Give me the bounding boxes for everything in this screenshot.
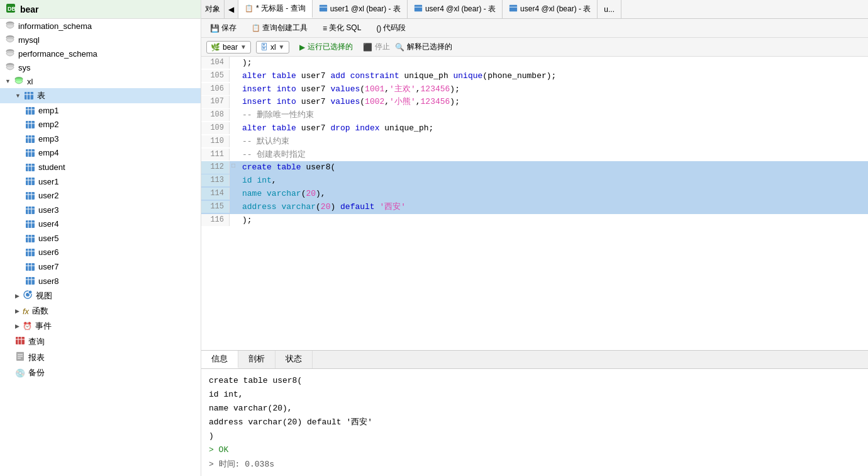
- sidebar-item-views[interactable]: ▶ 视图: [0, 288, 201, 303]
- sidebar-item-queries[interactable]: 查询: [0, 334, 201, 349]
- bottom-tab-status[interactable]: 状态: [275, 351, 313, 368]
- sidebar-item-emp2[interactable]: emp2: [0, 118, 201, 132]
- run-icon: ▶: [299, 43, 305, 52]
- tab-user4-table2[interactable]: user4 @xl (bear) - 表: [503, 0, 598, 18]
- svg-rect-19: [26, 135, 35, 143]
- expand-icon-views: ▶: [15, 293, 19, 299]
- editor-area[interactable]: 104 );105 alter table user7 add constrai…: [201, 57, 868, 350]
- sidebar-item-functions[interactable]: ▶ fx函数: [0, 303, 201, 319]
- beautify-button[interactable]: ≡ 美化 SQL: [319, 21, 365, 35]
- sidebar-header[interactable]: DB bear: [0, 0, 201, 19]
- sidebar-item-user6[interactable]: user6: [0, 246, 201, 260]
- line-content: address varchar(20) default '西安': [237, 201, 406, 214]
- bottom-tab-info[interactable]: 信息: [201, 351, 238, 368]
- sidebar-item-emp4[interactable]: emp4: [0, 146, 201, 161]
- sidebar-item-user3[interactable]: user3: [0, 203, 201, 217]
- db-select[interactable]: 🌿 bear ▼: [206, 41, 251, 54]
- tab-nav-left[interactable]: 对象: [201, 0, 225, 18]
- code-line-116[interactable]: 116 );: [201, 214, 868, 227]
- tab-untitled[interactable]: 📋* 无标题 - 查询: [238, 0, 313, 18]
- db-icon: [5, 21, 15, 31]
- code-line-110[interactable]: 110 -- 默认约束: [201, 135, 868, 149]
- tree-item-label: user3: [38, 205, 59, 215]
- db-icon: [5, 62, 15, 72]
- expand-icon-tables: ▼: [15, 93, 21, 99]
- explain-button[interactable]: 🔍 解释已选择的: [395, 42, 452, 52]
- tree-item-label: performance_schema: [18, 49, 97, 59]
- code-line-106[interactable]: 106 insert into user7 values(1001,'主欢',1…: [201, 83, 868, 96]
- tab-nav-arrow[interactable]: ◀: [225, 0, 238, 18]
- tab-user4-table[interactable]: user4 @xl (bear) - 表: [408, 0, 503, 18]
- sidebar-item-information_schema[interactable]: information_schema: [0, 19, 201, 33]
- line-content: );: [237, 214, 252, 227]
- sidebar-item-reports[interactable]: 报表: [0, 349, 201, 365]
- run-label: 运行已选择的: [308, 42, 353, 52]
- bottom-tab-profiling[interactable]: 剖析: [238, 351, 275, 368]
- table-icon: [25, 176, 35, 187]
- code-line-105[interactable]: 105 alter table user7 add constraint uni…: [201, 70, 868, 83]
- sidebar-item-user2[interactable]: user2: [0, 188, 201, 203]
- object-label: 对象: [205, 4, 220, 14]
- line-content: id int,: [237, 174, 277, 188]
- code-line-114[interactable]: 114 name varchar(20),: [201, 188, 868, 201]
- bottom-content: create table user8(id int,name varchar(2…: [201, 369, 868, 476]
- sidebar-item-user1[interactable]: user1: [0, 174, 201, 189]
- sidebar-item-xl[interactable]: ▼ xl: [0, 74, 201, 88]
- code-line-107[interactable]: 107 insert into user7 values(1002,'小熊',1…: [201, 96, 868, 109]
- explain-icon: 🔍: [395, 43, 404, 52]
- sidebar-item-user5[interactable]: user5: [0, 231, 201, 246]
- output-line: address varchar(20) default '西安': [209, 416, 860, 429]
- line-number: 112: [201, 161, 230, 173]
- query-builder-button[interactable]: 📋 查询创建工具: [248, 21, 311, 35]
- tree-item-label: emp1: [38, 106, 59, 115]
- stop-label: 停止: [375, 42, 390, 52]
- save-icon: 💾: [210, 24, 220, 33]
- sidebar: DB bear information_schema mysql perform…: [0, 0, 201, 476]
- sidebar-item-performance_schema[interactable]: performance_schema: [0, 47, 201, 60]
- table-tab-icon: [319, 4, 328, 14]
- db-select-value: bear: [223, 43, 238, 52]
- code-line-111[interactable]: 111 -- 创建表时指定: [201, 149, 868, 162]
- code-line-104[interactable]: 104 );: [201, 57, 868, 70]
- sidebar-item-events[interactable]: ▶ ⏰事件: [0, 319, 201, 334]
- code-line-108[interactable]: 108 -- 删除唯一性约束: [201, 109, 868, 122]
- svg-rect-23: [26, 149, 35, 157]
- sidebar-item-tables-group[interactable]: ▼ 表: [0, 88, 201, 103]
- sidebar-item-emp3[interactable]: emp3: [0, 132, 201, 146]
- sidebar-item-user4[interactable]: user4: [0, 217, 201, 232]
- views-icon: [23, 290, 33, 302]
- tree-item-label: 报表: [28, 352, 45, 363]
- output-line: create table user8(: [209, 374, 860, 388]
- code-line-109[interactable]: 109 alter table user7 drop index unique_…: [201, 122, 868, 135]
- table-icon: [25, 261, 35, 272]
- run-button[interactable]: ▶ 运行已选择的: [294, 40, 358, 54]
- stop-button[interactable]: ⬛ 停止: [363, 42, 390, 52]
- tree-item-label: 视图: [36, 290, 52, 302]
- table-icon: [25, 247, 35, 258]
- sidebar-item-user7[interactable]: user7: [0, 259, 201, 274]
- table-icon: [25, 205, 35, 215]
- sidebar-item-backup[interactable]: 💿备份: [0, 365, 201, 380]
- sidebar-item-mysql[interactable]: mysql: [0, 33, 201, 47]
- sidebar-item-student[interactable]: student: [0, 160, 201, 174]
- tab-more[interactable]: u...: [598, 0, 621, 18]
- table-tab-icon: [414, 4, 423, 14]
- code-line-113[interactable]: 113 id int,: [201, 174, 868, 188]
- line-number: 116: [201, 214, 230, 226]
- table-icon: [25, 190, 35, 201]
- sidebar-item-sys[interactable]: sys: [0, 60, 201, 74]
- tab-user1-table[interactable]: user1 @xl (bear) - 表: [313, 0, 408, 18]
- svg-rect-27: [26, 164, 35, 171]
- save-button[interactable]: 💾 保存: [206, 21, 240, 35]
- schema-select[interactable]: 🗄 xl ▼: [256, 41, 289, 54]
- sidebar-item-emp1[interactable]: emp1: [0, 103, 201, 118]
- queries-icon: [15, 336, 25, 348]
- svg-rect-43: [26, 220, 35, 228]
- code-segment-button[interactable]: () 代码段: [372, 21, 409, 35]
- svg-point-65: [28, 290, 32, 294]
- code-line-112[interactable]: 112□create table user8(: [201, 161, 868, 174]
- sidebar-item-user8[interactable]: user8: [0, 274, 201, 288]
- svg-rect-55: [26, 263, 35, 271]
- svg-rect-15: [26, 121, 35, 128]
- code-line-115[interactable]: 115 address varchar(20) default '西安': [201, 201, 868, 214]
